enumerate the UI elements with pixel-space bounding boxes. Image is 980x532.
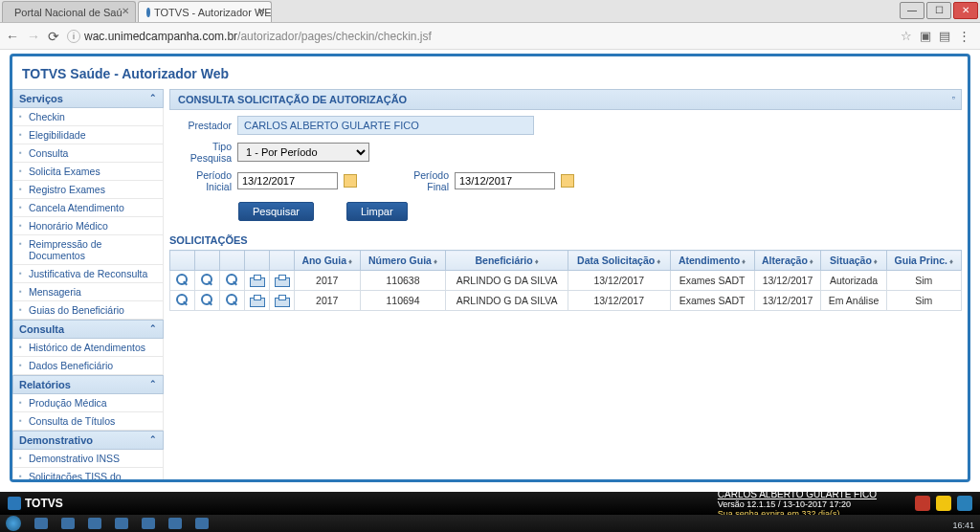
sidebar-item-historico[interactable]: Histórico de Atendimentos <box>12 339 164 357</box>
table-row: 2017 110638 ARLINDO G DA SILVA 13/12/201… <box>170 271 962 291</box>
cell-beneficiario: ARLINDO G DA SILVA <box>446 291 568 311</box>
sidebar-item-tiss-prestador[interactable]: Solicitações TISS do Prestador <box>12 468 164 482</box>
view-history-icon[interactable] <box>225 294 240 307</box>
sidebar-section-servicos[interactable]: Serviços⌃ <box>12 89 164 108</box>
label-periodo-inicial: Período Inicial <box>169 169 232 192</box>
cell-data: 13/12/2017 <box>568 291 670 311</box>
sidebar-item-honorario-medico[interactable]: Honorário Médico <box>12 217 164 235</box>
cell-alteracao: 13/12/2017 <box>754 291 821 311</box>
extension-icon[interactable]: ▣ <box>920 29 931 43</box>
browser-tab-strip: Portal Nacional de Saú ✕ TOTVS - Autoriz… <box>0 0 980 23</box>
print-alt-icon[interactable] <box>275 298 290 307</box>
cell-situacao: Em Análise <box>821 291 886 311</box>
close-icon[interactable]: ✕ <box>257 6 265 16</box>
app-title: TOTVS Saúde - Autorizador Web <box>12 56 968 89</box>
bookmark-icon[interactable]: ☆ <box>901 29 912 43</box>
window-close-button[interactable]: ✕ <box>953 2 978 19</box>
taskbar-app-icon[interactable] <box>142 518 155 529</box>
taskbar-app-icon[interactable] <box>34 518 48 529</box>
sidebar-item-mensageria[interactable]: Mensageria <box>12 283 164 301</box>
taskbar-app-icon[interactable] <box>168 518 182 529</box>
col-guia-princ[interactable]: Guia Princ.♦ <box>886 251 961 271</box>
window-minimize-button[interactable]: — <box>900 2 924 19</box>
chevron-up-icon: ⌃ <box>149 434 157 444</box>
browser-tab-1[interactable]: TOTVS - Autorizador WE ✕ <box>138 1 272 22</box>
print-icon[interactable] <box>250 277 265 287</box>
browser-tab-0[interactable]: Portal Nacional de Saú ✕ <box>2 1 136 22</box>
sidebar-item-consulta[interactable]: Consulta <box>12 144 164 163</box>
menu-icon[interactable]: ⋮ <box>958 29 970 43</box>
taskbar-app-icon[interactable] <box>115 518 128 529</box>
calendar-icon[interactable] <box>344 174 357 188</box>
print-alt-icon[interactable] <box>275 277 290 287</box>
limpar-button[interactable]: Limpar <box>346 202 408 221</box>
col-numero-guia[interactable]: Número Guia♦ <box>360 251 446 271</box>
table-row: 2017 110694 ARLINDO G DA SILVA 13/12/201… <box>170 291 962 311</box>
sidebar-item-guias-beneficiario[interactable]: Guias do Beneficiário <box>12 301 164 320</box>
results-section-title: SOLICITAÇÕES <box>169 234 962 246</box>
collapse-icon[interactable]: ▫ <box>952 93 955 102</box>
sidebar-section-consulta[interactable]: Consulta⌃ <box>12 320 164 339</box>
sidebar-item-checkin[interactable]: Checkin <box>12 108 164 126</box>
site-info-icon[interactable]: i <box>67 30 80 43</box>
col-ano-guia[interactable]: Ano Guia♦ <box>295 251 361 271</box>
close-icon[interactable]: ✕ <box>122 6 129 16</box>
select-tipo-pesquisa[interactable]: 1 - Por Período <box>237 143 369 162</box>
sidebar: Serviços⌃ Checkin Elegibilidade Consulta… <box>12 89 164 479</box>
sidebar-item-cancela-atendimento[interactable]: Cancela Atendimento <box>12 199 164 217</box>
pesquisar-button[interactable]: Pesquisar <box>238 202 314 221</box>
col-beneficiario[interactable]: Beneficiário♦ <box>446 251 568 271</box>
view-guide-icon[interactable] <box>200 294 215 307</box>
sidebar-item-solicita-exames[interactable]: Solicita Exames <box>12 163 164 181</box>
cell-atendimento: Exames SADT <box>670 291 754 311</box>
sidebar-item-justificativa[interactable]: Justificativa de Reconsulta <box>12 265 164 283</box>
window-controls: — ☐ ✕ <box>900 2 978 19</box>
sidebar-item-registro-exames[interactable]: Registro Exames <box>12 181 164 199</box>
reload-icon[interactable]: ⟳ <box>48 29 59 44</box>
sidebar-item-consulta-titulos[interactable]: Consulta de Títulos <box>12 412 164 431</box>
app-container: TOTVS Saúde - Autorizador Web Serviços⌃ … <box>10 54 970 482</box>
extension-icon[interactable]: ▤ <box>939 29 950 43</box>
forward-icon[interactable]: → <box>27 29 40 44</box>
results-table: Ano Guia♦ Número Guia♦ Beneficiário♦ Dat… <box>169 250 962 311</box>
view-detail-icon[interactable] <box>175 274 190 287</box>
cell-beneficiario: ARLINDO G DA SILVA <box>446 271 568 291</box>
cell-data: 13/12/2017 <box>568 271 670 291</box>
url-field[interactable]: i wac.unimedcampanha.com.br/autorizador/… <box>67 30 893 43</box>
window-maximize-button[interactable]: ☐ <box>926 2 951 19</box>
field-prestador: CARLOS ALBERTO GULARTE FICO <box>237 116 534 135</box>
sidebar-item-reimpressao[interactable]: Reimpressão de Documentos <box>12 235 164 265</box>
filter-panel-title: CONSULTA SOLICITAÇÃO DE AUTORIZAÇÃO▫ <box>169 89 962 110</box>
col-situacao[interactable]: Situação♦ <box>821 251 886 271</box>
footer-version: Versão 12.1.15 / 13-10-2017 17:20 <box>718 499 877 509</box>
sidebar-item-elegibilidade[interactable]: Elegibilidade <box>12 126 164 144</box>
sidebar-section-demonstrativo[interactable]: Demonstrativo⌃ <box>12 431 164 450</box>
taskbar-app-icon[interactable] <box>195 518 209 529</box>
input-periodo-inicial[interactable] <box>237 172 338 189</box>
sidebar-item-demonstrativo-inss[interactable]: Demonstrativo INSS <box>12 450 164 468</box>
col-data-solicitacao[interactable]: Data Solicitação♦ <box>568 251 670 271</box>
sidebar-item-producao-medica[interactable]: Produção Médica <box>12 394 164 412</box>
print-icon[interactable] <box>250 298 265 307</box>
back-icon[interactable]: ← <box>6 29 19 44</box>
tab-label-1: TOTVS - Autorizador WE <box>154 7 272 18</box>
table-header-row: Ano Guia♦ Número Guia♦ Beneficiário♦ Dat… <box>170 251 962 271</box>
view-history-icon[interactable] <box>225 274 240 287</box>
totvs-brand: TOTVS <box>25 497 63 510</box>
taskbar-app-icon[interactable] <box>61 518 75 529</box>
col-atendimento[interactable]: Atendimento♦ <box>670 251 754 271</box>
calendar-icon[interactable] <box>561 174 574 188</box>
view-detail-icon[interactable] <box>175 294 190 307</box>
start-button[interactable] <box>6 516 21 531</box>
label-prestador: Prestador <box>169 120 232 131</box>
input-periodo-final[interactable] <box>455 172 555 189</box>
col-alteracao[interactable]: Alteração♦ <box>754 251 821 271</box>
logout-icon[interactable] <box>957 496 972 511</box>
lock-icon[interactable] <box>936 496 951 511</box>
sidebar-item-dados-beneficiario[interactable]: Dados Beneficiário <box>12 357 164 375</box>
tab-label-0: Portal Nacional de Saú <box>14 7 122 18</box>
view-guide-icon[interactable] <box>200 274 215 287</box>
taskbar-app-icon[interactable] <box>88 518 101 529</box>
home-icon[interactable] <box>915 496 930 511</box>
sidebar-section-relatorios[interactable]: Relatórios⌃ <box>12 375 164 394</box>
